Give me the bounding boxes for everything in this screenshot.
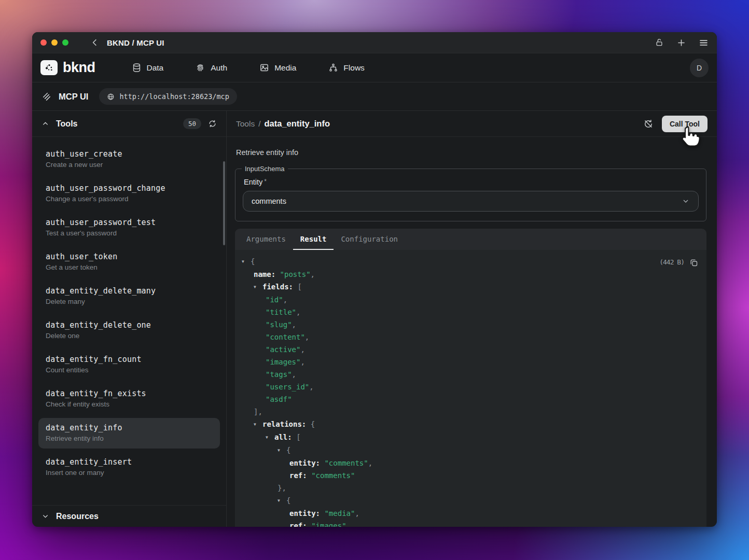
sidebar-item-auth_user_token[interactable]: auth_user_tokenGet a user token (38, 247, 220, 277)
tools-header-label: Tools (56, 119, 77, 129)
new-tab-icon[interactable] (676, 38, 686, 48)
json-token-punc: , (296, 308, 300, 316)
json-token-key: all: (274, 433, 296, 441)
history-off-icon[interactable] (643, 119, 654, 129)
sidebar-item-data_entity_fn_count[interactable]: data_entity_fn_countCount entities (38, 349, 220, 380)
nav-item-media[interactable]: Media (259, 63, 296, 73)
tools-list: auth_user_createCreate a new userauth_us… (32, 137, 226, 505)
result-size: (442 B) (659, 256, 684, 269)
refresh-icon[interactable] (208, 119, 217, 128)
collapse-triangle-icon[interactable]: ▼ (278, 444, 283, 457)
traffic-lights (40, 39, 68, 46)
json-token-punc: , (311, 270, 315, 278)
lock-open-icon[interactable] (655, 38, 664, 47)
tab-arguments[interactable]: Arguments (239, 229, 293, 250)
minimize-window-button[interactable] (51, 39, 58, 46)
json-token-key: relations: (262, 420, 311, 428)
json-line: entity: "media", (242, 507, 698, 520)
workflow-icon (328, 63, 338, 73)
nav-item-flows[interactable]: Flows (328, 63, 364, 73)
json-token-punc: , (368, 459, 372, 467)
collapse-triangle-icon[interactable]: ▼ (254, 418, 259, 431)
sidebar-item-auth_user_create[interactable]: auth_user_createCreate a new user (38, 144, 220, 175)
collapse-triangle-icon[interactable]: ▼ (278, 495, 283, 507)
main-panel: Tools / data_entity_info Call Tool Retri… (227, 111, 717, 527)
json-token-punc: [ (296, 433, 300, 441)
json-token-punc: , (300, 358, 304, 366)
chevron-down-icon (682, 197, 690, 205)
json-line: "slug", (242, 318, 698, 331)
nav-item-data[interactable]: Data (132, 63, 164, 73)
json-token-punc: , (283, 296, 287, 304)
bknd-wordmark: bknd (63, 60, 95, 76)
tool-name: data_entity_insert (46, 457, 213, 467)
breadcrumb-separator: / (258, 119, 260, 129)
json-token-key: fields: (262, 283, 297, 291)
entity-select[interactable]: comments (243, 191, 699, 212)
tool-description: Create a new user (46, 161, 213, 169)
json-line: "tags", (242, 368, 698, 381)
collapse-triangle-icon[interactable]: ▼ (254, 281, 259, 293)
sidebar-scrollbar-thumb[interactable] (223, 161, 225, 245)
maximize-window-button[interactable] (62, 39, 68, 46)
json-line: name: "posts", (242, 268, 698, 281)
main-header: Tools / data_entity_info Call Tool (227, 111, 717, 137)
tool-description: Get a user token (46, 263, 213, 271)
sidebar-item-auth_user_password_test[interactable]: auth_user_password_testTest a user's pas… (38, 213, 220, 243)
result-panel: (442 B) ▼{name: "posts",▼fields: ["id","… (235, 250, 706, 527)
json-line: "images", (242, 356, 698, 368)
resources-section-header[interactable]: Resources (32, 505, 226, 527)
call-tool-button[interactable]: Call Tool (662, 116, 708, 132)
json-token-punc: , (300, 345, 304, 354)
json-token-key: name: (254, 270, 280, 278)
json-token-punc: { (251, 257, 255, 265)
input-schema-legend: InputSchema (242, 165, 288, 173)
json-token-str: "id" (266, 296, 283, 304)
fingerprint-icon (196, 63, 205, 73)
tool-name: data_entity_info (46, 423, 213, 432)
tab-configuration[interactable]: Configuration (334, 229, 405, 250)
chevron-down-icon[interactable] (41, 512, 49, 520)
sidebar-item-data_entity_delete_one[interactable]: data_entity_delete_oneDelete one (38, 315, 220, 346)
json-token-punc: { (286, 496, 290, 505)
tool-description: Check if entity exists (46, 400, 213, 408)
mcp-url-pill[interactable]: http://localhost:28623/mcp (99, 88, 237, 105)
tool-description: Retrieve entity info (46, 435, 213, 442)
image-icon (259, 63, 269, 73)
tab-result[interactable]: Result (293, 229, 334, 250)
tools-section-header[interactable]: Tools 50 (32, 111, 226, 137)
json-line: ▼fields: [ (242, 281, 698, 293)
mcp-icon (41, 91, 52, 102)
sidebar-item-data_entity_insert[interactable]: data_entity_insertInsert one or many (38, 452, 220, 483)
breadcrumb-section[interactable]: Tools (236, 119, 255, 129)
chevron-up-icon[interactable] (41, 120, 49, 128)
sidebar-item-data_entity_delete_many[interactable]: data_entity_delete_manyDelete many (38, 281, 220, 312)
avatar[interactable]: D (690, 59, 709, 77)
json-token-punc: }, (278, 484, 286, 492)
tool-name: data_entity_fn_count (46, 355, 213, 364)
close-window-button[interactable] (40, 39, 47, 46)
json-token-str: "comments" (324, 459, 368, 467)
json-line: "id", (242, 293, 698, 306)
json-token-str: "tags" (266, 370, 292, 379)
tool-description: Change a user's password (46, 195, 213, 203)
sidebar-item-auth_user_password_change[interactable]: auth_user_password_changeChange a user's… (38, 178, 220, 209)
tool-name: data_entity_delete_one (46, 320, 213, 330)
json-token-str: "media" (324, 509, 355, 517)
tool-description: Retrieve entity info (236, 148, 706, 157)
bknd-logo[interactable]: bknd (40, 60, 95, 76)
nav-item-auth[interactable]: Auth (196, 63, 227, 73)
json-line: "content", (242, 331, 698, 343)
json-line: ▼{ (242, 444, 698, 457)
menu-icon[interactable] (699, 38, 709, 48)
json-token-punc: , (305, 333, 309, 341)
sidebar-item-data_entity_info[interactable]: data_entity_infoRetrieve entity info (38, 418, 220, 449)
globe-icon (107, 93, 115, 101)
collapse-triangle-icon[interactable]: ▼ (242, 256, 247, 268)
copy-icon[interactable] (689, 258, 698, 267)
json-token-punc: [ (297, 283, 301, 291)
json-token-punc: { (311, 420, 315, 428)
collapse-triangle-icon[interactable]: ▼ (266, 431, 271, 444)
back-icon[interactable] (90, 38, 100, 47)
sidebar-item-data_entity_fn_exists[interactable]: data_entity_fn_existsCheck if entity exi… (38, 384, 220, 414)
